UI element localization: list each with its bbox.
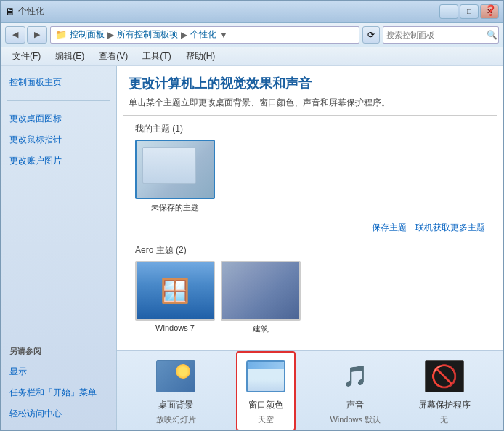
aero-themes-label: Aero 主题 (2) — [135, 240, 485, 261]
search-icon: 🔍 — [487, 30, 497, 40]
minimize-button[interactable]: — — [439, 4, 458, 19]
theme-item-aero2[interactable]: 建筑 — [221, 261, 301, 334]
main-window: 🖥 个性化 — □ ✕ ◀ ▶ 📁 控制面板 ▶ 所有控制面板项 ▶ 个性化 ▼… — [0, 0, 504, 431]
aero2-bg — [222, 262, 299, 319]
aero1-thumbnail[interactable]: 🪟 — [135, 261, 215, 321]
online-themes-link[interactable]: 联机获取更多主题 — [415, 222, 485, 234]
sidebar-also-see-title: 另请参阅 — [7, 345, 110, 358]
title-bar-left: 🖥 个性化 — [5, 5, 44, 17]
desktop-bg-icon — [156, 357, 195, 396]
aero2-label: 建筑 — [253, 323, 269, 334]
menu-view[interactable]: 查看(V) — [93, 49, 134, 64]
forward-button[interactable]: ▶ — [27, 26, 47, 44]
window-title: 个性化 — [18, 5, 44, 17]
maximize-button[interactable]: □ — [460, 4, 479, 19]
window-color-sublabel: 天空 — [258, 414, 274, 425]
nav-buttons: ◀ ▶ — [5, 26, 47, 44]
sidebar: 控制面板主页 更改桌面图标 更改鼠标指针 更改账户图片 另请参阅 显示 任务栏和… — [1, 66, 117, 430]
desktop-sun — [176, 364, 190, 379]
sidebar-link-mouse-pointer[interactable]: 更改鼠标指针 — [7, 132, 110, 148]
no-entry-icon: 🚫 — [431, 363, 458, 389]
menu-help[interactable]: 帮助(H) — [180, 49, 221, 64]
content-description: 单击某个主题立即更改桌面背景、窗口颜色、声音和屏幕保护程序。 — [129, 97, 492, 109]
desktop-bg-label: 桌面背景 — [158, 399, 193, 411]
save-theme-link[interactable]: 保存主题 — [372, 222, 407, 234]
sidebar-link-desktop-icons[interactable]: 更改桌面图标 — [7, 111, 110, 126]
sidebar-link-ease-access[interactable]: 轻松访问中心 — [7, 406, 110, 422]
screen-saver-icon-wrap: 🚫 — [425, 357, 464, 396]
sound-sublabel: Windows 默认 — [330, 414, 381, 425]
unsaved-thumb-inner — [142, 147, 196, 184]
sound-icon-wrap: 🎵 — [336, 357, 375, 396]
desktop-bg-sublabel: 放映幻灯片 — [156, 414, 196, 425]
window-color-label: 窗口颜色 — [248, 399, 283, 411]
my-themes-label: 我的主题 (1) — [135, 118, 485, 140]
folder-icon: 📁 — [55, 29, 67, 40]
bottom-item-desktop-bg[interactable]: 桌面背景 放映幻灯片 — [147, 357, 205, 425]
back-button[interactable]: ◀ — [5, 26, 25, 44]
menu-tools[interactable]: 工具(T) — [137, 49, 176, 64]
sound-label: 声音 — [346, 399, 364, 411]
main-area: 控制面板主页 更改桌面图标 更改鼠标指针 更改账户图片 另请参阅 显示 任务栏和… — [1, 66, 503, 430]
aero1-bg: 🪟 — [137, 262, 214, 319]
sidebar-link-taskbar[interactable]: 任务栏和「开始」菜单 — [7, 385, 110, 400]
content-panel: 更改计算机上的视觉效果和声音 单击某个主题立即更改桌面背景、窗口颜色、声音和屏幕… — [117, 66, 503, 430]
sidebar-link-home[interactable]: 控制面板主页 — [7, 75, 110, 90]
screen-saver-label: 屏幕保护程序 — [418, 399, 471, 411]
breadcrumb-personalize[interactable]: 个性化 — [190, 28, 216, 41]
sidebar-divider-2 — [7, 334, 110, 334]
theme-item-unsaved[interactable]: 未保存的主题 — [135, 140, 215, 213]
aero1-label: Windows 7 — [155, 323, 195, 332]
sidebar-link-display[interactable]: 显示 — [7, 364, 110, 379]
menu-edit[interactable]: 编辑(E) — [49, 49, 90, 64]
unsaved-theme-label: 未保存的主题 — [151, 202, 199, 213]
menu-file[interactable]: 文件(F) — [7, 49, 46, 64]
address-path[interactable]: 📁 控制面板 ▶ 所有控制面板项 ▶ 个性化 ▼ — [50, 26, 359, 44]
search-input[interactable] — [386, 31, 487, 39]
title-bar: 🖥 个性化 — □ ✕ — [1, 1, 503, 23]
theme-item-aero1[interactable]: 🪟 Windows 7 — [135, 261, 215, 334]
address-bar: ◀ ▶ 📁 控制面板 ▶ 所有控制面板项 ▶ 个性化 ▼ ⟳ 🔍 — [1, 23, 503, 47]
bottom-bar: 桌面背景 放映幻灯片 窗口颜色 天空 — [117, 350, 503, 430]
breadcrumb-all-items[interactable]: 所有控制面板项 — [117, 28, 178, 41]
save-links: 保存主题 联机获取更多主题 — [135, 219, 485, 240]
bottom-item-screen-saver[interactable]: 🚫 屏幕保护程序 无 — [415, 357, 473, 425]
sidebar-link-account-picture[interactable]: 更改账户图片 — [7, 153, 110, 169]
menu-bar: 文件(F) 编辑(E) 查看(V) 工具(T) 帮助(H) — [1, 47, 503, 66]
bottom-item-sound[interactable]: 🎵 声音 Windows 默认 — [326, 357, 384, 425]
content-header: 更改计算机上的视觉效果和声音 单击某个主题立即更改桌面背景、窗口颜色、声音和屏幕… — [117, 66, 503, 115]
aero-themes-list: 🪟 Windows 7 建筑 — [135, 261, 485, 340]
window-color-icon-wrap — [246, 357, 285, 396]
screen-saver-sublabel: 无 — [440, 414, 448, 425]
themes-scroll-area[interactable]: 我的主题 (1) 未保存的主题 保存主题 联机获取更多主题 — [123, 115, 497, 350]
page-title: 更改计算机上的视觉效果和声音 — [129, 75, 492, 92]
breadcrumb-control-panel[interactable]: 控制面板 — [70, 28, 105, 41]
aero2-thumbnail[interactable] — [221, 261, 301, 321]
unsaved-thumb-bg — [137, 141, 214, 198]
search-box[interactable]: 🔍 — [383, 26, 499, 44]
unsaved-theme-thumbnail[interactable] — [135, 140, 215, 199]
sidebar-divider-1 — [7, 100, 110, 101]
my-themes-list: 未保存的主题 — [135, 140, 485, 219]
bottom-item-window-color[interactable]: 窗口颜色 天空 — [236, 351, 296, 431]
window-icon: 🖥 — [5, 6, 15, 17]
refresh-button[interactable]: ⟳ — [362, 26, 380, 44]
sound-notes-icon: 🎵 — [343, 364, 368, 388]
windows-logo-icon: 🪟 — [160, 277, 190, 305]
